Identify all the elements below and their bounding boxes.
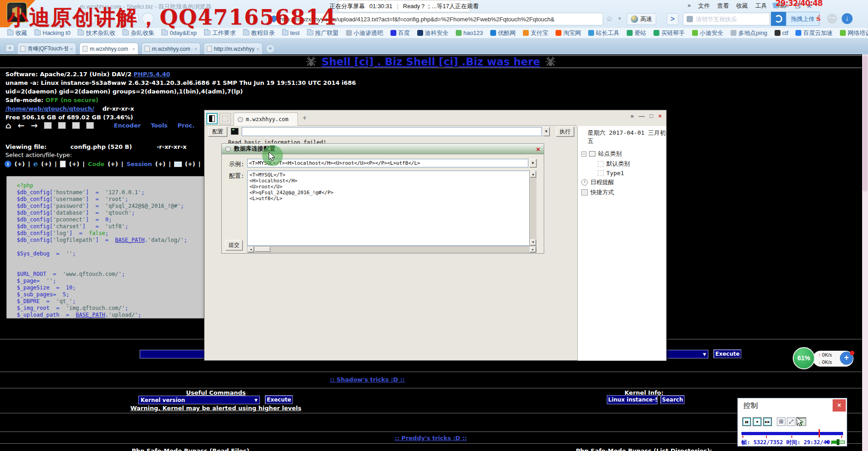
- text-view-icon[interactable]: [60, 161, 66, 167]
- tree-item-category[interactable]: −站点类别: [578, 149, 666, 159]
- shell-link-proc[interactable]: Proc.: [178, 122, 195, 129]
- info-icon[interactable]: i: [5, 161, 11, 167]
- vertical-scrollbar[interactable]: ▲ ▼: [529, 171, 536, 246]
- bookmark-item[interactable]: 迪科安全: [414, 29, 451, 37]
- progress-marker[interactable]: [819, 429, 820, 437]
- scroll-up-button[interactable]: ▲: [530, 171, 536, 177]
- cwd-link[interactable]: /home/web/qtouch/qtouch/: [5, 105, 94, 112]
- kernel-warning-link[interactable]: Warning, Kernel may be alerted using hig…: [102, 405, 329, 412]
- monitor-icon[interactable]: [174, 162, 182, 167]
- page-scrollbar[interactable]: [862, 54, 868, 451]
- speaker-icon[interactable]: [825, 439, 831, 445]
- preddy-tricks-link[interactable]: :: Preddy's tricks :D ::: [376, 435, 485, 441]
- updir-icon[interactable]: [44, 122, 52, 129]
- session-action-link[interactable]: Session: [127, 161, 152, 167]
- dialog-close-icon[interactable]: ×: [536, 145, 540, 153]
- control-close-button[interactable]: ×: [833, 399, 846, 412]
- bookmark-item[interactable]: 多地点ping: [728, 29, 770, 37]
- browser-tab[interactable]: http://m.wzxhhyy.co×: [204, 43, 263, 54]
- refresh-file-icon[interactable]: [58, 122, 66, 129]
- browser-tab[interactable]: 青峰|QFTouch-登录×: [17, 43, 76, 54]
- browser-e-icon[interactable]: e: [34, 160, 38, 168]
- menu-more-chevron[interactable]: »: [688, 2, 691, 10]
- scroll-right-button[interactable]: ►: [530, 246, 536, 252]
- tree-item-dashed[interactable]: 默认类别: [578, 159, 666, 169]
- tree-item-hand[interactable]: 快捷方式: [578, 187, 666, 197]
- bookmark-item[interactable]: 买链帮手: [651, 29, 688, 37]
- kernel-info-input[interactable]: Linux instance-5s3a8w: [607, 395, 658, 404]
- back-arrow-icon[interactable]: ←: [18, 121, 24, 130]
- menu-item-工具[interactable]: 工具: [755, 2, 767, 10]
- fit-window-button[interactable]: ⊞: [777, 417, 785, 426]
- tree-item-dashed[interactable]: Type1: [578, 169, 666, 177]
- step-button[interactable]: ▶▶: [763, 417, 772, 426]
- kernel-command-select[interactable]: Kernel version ▼: [138, 396, 260, 404]
- bookmark-item[interactable]: 优酷网: [488, 29, 518, 37]
- download-manager-icon[interactable]: ↓: [842, 13, 853, 24]
- view-toggle-button[interactable]: [206, 113, 218, 124]
- search-input[interactable]: [696, 16, 766, 23]
- bookmark-item[interactable]: 站长工具: [585, 29, 622, 37]
- kernel-search-button[interactable]: Search: [660, 395, 685, 404]
- run-button[interactable]: 执行: [556, 127, 574, 137]
- tool-maximize-button[interactable]: □: [650, 113, 653, 119]
- playback-progress-bar[interactable]: [741, 432, 843, 435]
- bookmark-item[interactable]: 网络培训: [837, 29, 868, 37]
- scroll-down-button[interactable]: ▼: [530, 239, 536, 245]
- fullscreen-button[interactable]: ⤢: [787, 417, 795, 426]
- bookmark-item[interactable]: hao123: [453, 29, 486, 36]
- example-input[interactable]: [247, 159, 528, 167]
- shell-link-encoder[interactable]: Encoder: [114, 122, 141, 129]
- view-toggle-button-2[interactable]: [219, 113, 231, 124]
- tab-close-icon[interactable]: ×: [195, 46, 197, 52]
- bookmark-item[interactable]: 百度: [388, 29, 413, 37]
- menu-item-收藏[interactable]: 收藏: [736, 2, 748, 10]
- speed-mode-button[interactable]: 高速: [627, 13, 656, 25]
- bookmark-item[interactable]: 淘宝网: [553, 29, 584, 37]
- tool-input-dropdown[interactable]: ▼: [543, 127, 550, 136]
- action-plus[interactable]: (+): [155, 161, 166, 167]
- new-tab-button[interactable]: +: [266, 44, 275, 53]
- browser-tab[interactable]: m.wzxhhyy.com - Sh×: [79, 43, 138, 54]
- action-plus[interactable]: (+): [69, 161, 79, 167]
- example-dropdown-button[interactable]: ▼: [529, 159, 536, 167]
- submit-button[interactable]: 提交: [225, 240, 243, 250]
- stop-button[interactable]: ■: [753, 417, 761, 426]
- tab-close-icon[interactable]: ×: [70, 46, 73, 52]
- tree-item-clock[interactable]: 日程提醒: [578, 177, 666, 187]
- tool-minimize-button[interactable]: —: [639, 113, 645, 119]
- shell-link-tools[interactable]: Tools: [151, 122, 167, 129]
- forward-arrow-icon[interactable]: →: [31, 121, 38, 130]
- scroll-left-button[interactable]: ◄: [248, 246, 254, 252]
- search-box[interactable]: [683, 13, 770, 25]
- shadow-tricks-link[interactable]: :: Shadow's tricks :D ::: [313, 376, 422, 383]
- menu-item-查看[interactable]: 查看: [717, 2, 729, 10]
- browser-tab[interactable]: m.wzxhhyy.com - Sh×: [141, 43, 200, 54]
- optimization-percent-badge[interactable]: 61%: [793, 347, 815, 369]
- php-version-link[interactable]: PHP/5.4.40: [134, 71, 171, 78]
- tool-new-tab-button[interactable]: +: [302, 114, 307, 122]
- bookmark-item[interactable]: 小迪渗透吧: [343, 29, 386, 37]
- search-files-icon[interactable]: [72, 122, 80, 129]
- bookmark-dropdown-icon[interactable]: ▼: [618, 16, 622, 21]
- more-tools-icon[interactable]: ⋯: [827, 14, 837, 24]
- volume-thumb[interactable]: [837, 439, 839, 445]
- bookmark-item[interactable]: 百度云加速: [793, 29, 835, 37]
- bookmark-item[interactable]: 支付宝: [520, 29, 551, 37]
- tool-more-chevron[interactable]: »: [630, 113, 634, 119]
- action-plus[interactable]: (+): [107, 161, 118, 167]
- bookmark-item[interactable]: 小迪安全: [689, 29, 726, 37]
- config-textarea[interactable]: <T>MYSQL</T><H>localhost</H><U>root</U><…: [247, 171, 536, 246]
- code-action-link[interactable]: Code: [88, 161, 105, 167]
- scrollbar-thumb[interactable]: [255, 247, 270, 252]
- config-button[interactable]: 配置: [208, 127, 227, 137]
- folder-icon[interactable]: [86, 122, 94, 129]
- go-button[interactable]: >: [667, 13, 678, 25]
- action-plus[interactable]: (+): [15, 161, 25, 167]
- bookmark-item[interactable]: 爱站: [624, 29, 649, 37]
- tool-tab[interactable]: m.wzxhhyy.com: [234, 113, 298, 126]
- tab-list-button[interactable]: ≡: [5, 44, 15, 52]
- plugin-s-icon[interactable]: ś: [816, 14, 821, 23]
- tree-expander-icon[interactable]: −: [581, 152, 586, 157]
- menu-item-文件[interactable]: 文件: [698, 2, 710, 10]
